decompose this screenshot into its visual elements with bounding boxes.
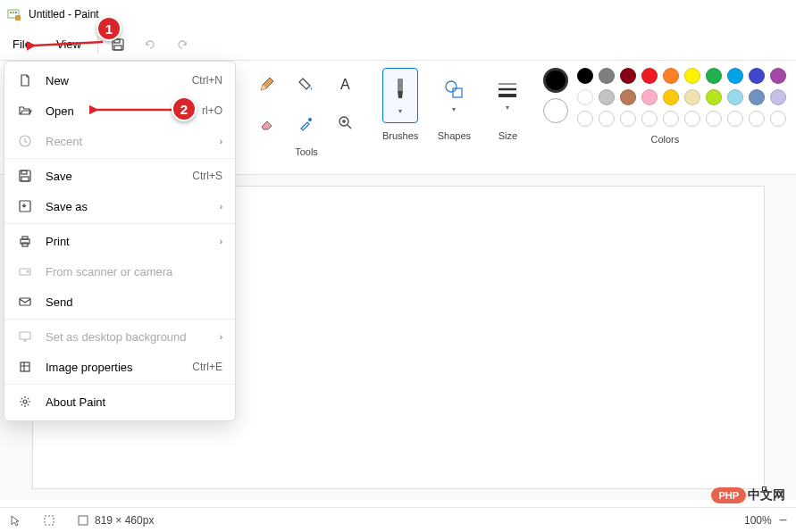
color-swatch[interactable]: [599, 89, 615, 105]
saveas-icon: [17, 198, 33, 214]
color-swatch[interactable]: [620, 68, 636, 84]
menu-item-shortcut: Ctrl+E: [192, 361, 222, 373]
cursor-position: [9, 514, 21, 527]
menu-item-send[interactable]: Send: [4, 287, 235, 317]
menu-item-saveas[interactable]: Save as ›: [4, 191, 235, 221]
save-icon: [17, 168, 33, 184]
color-swatch[interactable]: [684, 89, 700, 105]
watermark-text: 中文网: [748, 487, 785, 503]
color-swatch[interactable]: [749, 89, 765, 105]
svg-text:A: A: [340, 77, 350, 92]
svg-rect-10: [21, 170, 27, 174]
color-swatch[interactable]: [641, 89, 658, 105]
menu-item-about[interactable]: About Paint: [4, 387, 235, 417]
color-swatch-empty[interactable]: [577, 111, 593, 127]
watermark: PHP 中文网: [711, 487, 785, 503]
menu-item-shortcut: Ctrl+N: [192, 74, 222, 87]
color-swatch-empty[interactable]: [684, 111, 700, 127]
zoom-out-button[interactable]: −: [779, 512, 787, 528]
ribbon-group-shapes: ▾ Shapes: [427, 68, 481, 141]
annotation-1: 1: [96, 16, 121, 41]
new-file-icon: [17, 72, 33, 88]
color-swatch[interactable]: [641, 68, 658, 84]
ribbon-label: Brushes: [382, 130, 418, 141]
color-swatch[interactable]: [663, 68, 679, 84]
svg-rect-19: [20, 332, 30, 339]
properties-icon: [17, 359, 33, 375]
color-swatch[interactable]: [620, 89, 636, 105]
primary-color[interactable]: [543, 68, 568, 93]
menu-separator: [4, 319, 235, 320]
pencil-tool[interactable]: [251, 68, 283, 100]
chevron-down-icon: ▾: [506, 104, 509, 112]
menu-item-desktop: Set as desktop background ›: [4, 321, 235, 352]
color-swatch-empty[interactable]: [620, 111, 636, 127]
zoom-control: 100% −: [744, 512, 787, 528]
menu-separator: [4, 384, 235, 385]
color-swatch[interactable]: [706, 89, 722, 105]
color-swatch-empty[interactable]: [663, 111, 679, 127]
color-swatch[interactable]: [770, 68, 786, 84]
color-swatch-empty[interactable]: [706, 111, 722, 127]
shapes-button[interactable]: ▾: [436, 68, 472, 123]
menu-item-label: Set as desktop background: [46, 330, 207, 344]
svg-point-2: [13, 12, 14, 13]
color-swatch-empty[interactable]: [770, 111, 786, 127]
color-swatch-empty[interactable]: [641, 111, 658, 127]
menu-item-label: Send: [46, 295, 222, 309]
ribbon-label: Shapes: [438, 130, 471, 141]
secondary-color[interactable]: [543, 98, 568, 123]
text-tool[interactable]: A: [330, 68, 362, 100]
fill-tool[interactable]: [290, 68, 323, 100]
svg-point-17: [27, 270, 29, 272]
color-swatch[interactable]: [727, 89, 743, 105]
chevron-right-icon: ›: [220, 237, 222, 246]
color-swatch[interactable]: [770, 89, 786, 105]
color-swatch[interactable]: [749, 68, 765, 84]
menu-separator: [4, 158, 235, 159]
ribbon-label: Size: [499, 130, 517, 141]
eyedropper-tool[interactable]: [290, 107, 323, 139]
send-icon: [17, 294, 33, 310]
color-swatch-empty[interactable]: [749, 111, 765, 127]
annotation-badge: 1: [96, 16, 121, 41]
color-swatch[interactable]: [706, 68, 722, 84]
brushes-button[interactable]: ▾: [382, 68, 418, 123]
color-swatch[interactable]: [684, 68, 700, 84]
svg-point-23: [308, 118, 312, 121]
eraser-tool[interactable]: [251, 107, 283, 139]
chevron-right-icon: ›: [220, 202, 222, 212]
size-button[interactable]: ▾: [490, 68, 525, 123]
svg-rect-32: [79, 516, 88, 525]
svg-point-1: [10, 12, 12, 13]
color-swatch-empty[interactable]: [727, 111, 743, 127]
color-swatch[interactable]: [599, 68, 615, 84]
menu-item-shortcut: rl+O: [202, 104, 222, 117]
magnifier-tool[interactable]: [330, 107, 362, 139]
svg-rect-4: [15, 15, 21, 21]
ribbon-label: Colors: [650, 134, 679, 145]
menu-item-label: Print: [46, 235, 207, 248]
color-swatch[interactable]: [577, 89, 593, 105]
color-swatch[interactable]: [577, 68, 593, 84]
menu-item-properties[interactable]: Image properties Ctrl+E: [4, 352, 235, 382]
open-folder-icon: [17, 103, 33, 119]
menu-item-save[interactable]: Save Ctrl+S: [4, 161, 235, 191]
chevron-down-icon: ▾: [452, 105, 456, 113]
paint-app-icon: [7, 7, 21, 21]
redo-button[interactable]: [166, 30, 198, 59]
menu-item-print[interactable]: Print ›: [4, 226, 235, 256]
svg-point-21: [23, 400, 27, 403]
color-swatch-empty[interactable]: [599, 111, 615, 127]
color-swatch[interactable]: [727, 68, 743, 84]
undo-button[interactable]: [134, 30, 166, 59]
color-palette: [577, 68, 786, 127]
gear-icon: [17, 394, 33, 410]
menu-item-new[interactable]: New Ctrl+N: [4, 65, 235, 96]
ribbon-label: Tools: [295, 146, 318, 157]
svg-rect-7: [114, 46, 121, 50]
ribbon-group-tools: A Tools: [239, 68, 373, 157]
color-swatch[interactable]: [663, 89, 679, 105]
svg-line-33: [34, 42, 103, 46]
svg-rect-25: [398, 79, 403, 91]
